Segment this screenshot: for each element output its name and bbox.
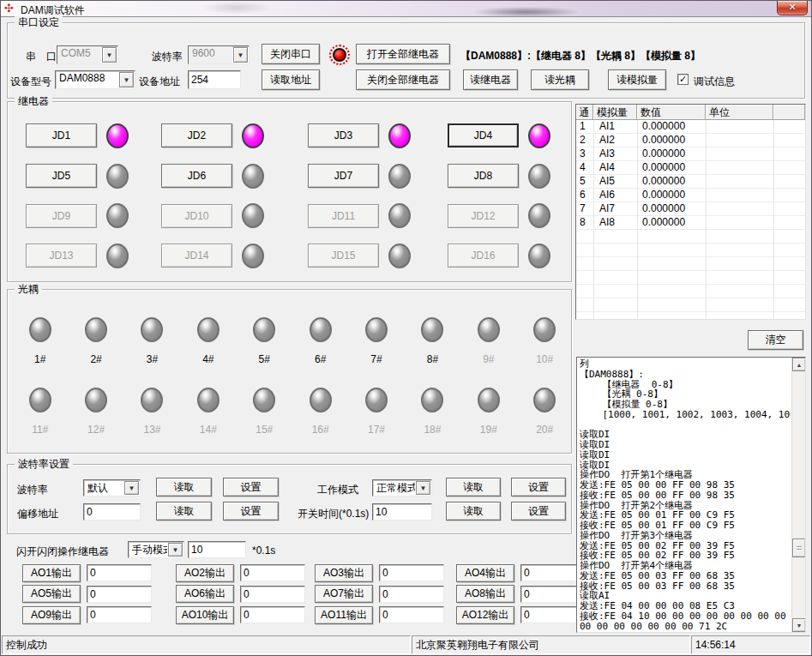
- baud-rate-select[interactable]: 9600 ▼: [188, 45, 250, 64]
- cell-name: AI7: [593, 202, 637, 216]
- relay-button[interactable]: JD11: [308, 204, 379, 228]
- analog-output-input[interactable]: [87, 564, 152, 581]
- relay-button[interactable]: JD3: [308, 123, 379, 147]
- analog-output-input[interactable]: [379, 564, 444, 581]
- close-all-relays-button[interactable]: 关闭全部继电器: [356, 69, 450, 90]
- switch-time-read-button[interactable]: 读取: [446, 502, 501, 521]
- read-analog-button[interactable]: 读模拟量: [608, 69, 666, 90]
- analog-output-button[interactable]: AO5输出: [22, 585, 81, 603]
- col-header-unit[interactable]: 单位: [706, 105, 773, 120]
- relay-button[interactable]: JD16: [448, 244, 519, 268]
- analog-output-button[interactable]: AO1输出: [22, 564, 81, 582]
- opto-indicator-led: [85, 317, 107, 342]
- analog-output-input[interactable]: [87, 586, 152, 603]
- relay-button[interactable]: JD13: [26, 244, 97, 268]
- relay-button[interactable]: JD6: [161, 164, 232, 188]
- relay-button[interactable]: JD1: [26, 123, 97, 147]
- relay-cell: JD3: [308, 116, 448, 156]
- flash-mode-select[interactable]: 手动模式 ▼: [128, 541, 184, 558]
- work-mode-read-button[interactable]: 读取: [446, 478, 501, 497]
- log-scrollbar[interactable]: ▲ ▼: [791, 358, 805, 632]
- analog-output-button[interactable]: AO6输出: [176, 585, 234, 603]
- close-button[interactable]: ✕: [777, 1, 808, 15]
- scrollbar-up-button[interactable]: ▲: [792, 358, 806, 371]
- relay-button[interactable]: JD10: [161, 204, 232, 228]
- flash-time-input[interactable]: [188, 541, 246, 558]
- analog-output-button[interactable]: AO10输出: [176, 606, 234, 624]
- table-row[interactable]: 2 AI2 0.000000: [576, 134, 805, 147]
- flash-time-unit-label: *0.1s: [252, 545, 275, 557]
- relay-button[interactable]: JD2: [161, 123, 232, 147]
- analog-output-button[interactable]: AO12输出: [456, 606, 514, 624]
- analog-output-input[interactable]: [240, 564, 305, 581]
- com-port-value: COM5: [57, 46, 101, 63]
- analog-output-button[interactable]: AO9输出: [22, 606, 81, 624]
- analog-output-cell: AO11输出: [315, 605, 456, 626]
- table-row[interactable]: 6 AI6 0.000000: [576, 189, 805, 202]
- switch-time-input[interactable]: [372, 503, 432, 521]
- analog-output-button[interactable]: AO4输出: [456, 564, 514, 582]
- relay-indicator-led: [242, 164, 264, 189]
- table-row[interactable]: 3 AI3 0.000000: [576, 147, 805, 161]
- analog-output-input[interactable]: [379, 586, 444, 603]
- read-address-button[interactable]: 读取地址: [262, 69, 320, 90]
- title-bar[interactable]: ✣ DAM调试软件 ✕: [1, 1, 811, 17]
- opto-indicator-led: [310, 388, 332, 412]
- relay-indicator-led: [106, 123, 129, 148]
- work-mode-set-button[interactable]: 设置: [511, 478, 566, 497]
- analog-output-input[interactable]: [379, 606, 444, 623]
- analog-output-button[interactable]: AO3输出: [315, 564, 373, 582]
- device-model-select[interactable]: DAM0888 ▼: [55, 70, 135, 89]
- device-address-input[interactable]: [188, 70, 241, 89]
- analog-output-button[interactable]: AO11输出: [315, 606, 373, 624]
- offset-address-input[interactable]: [83, 503, 141, 521]
- relay-button[interactable]: JD4: [448, 123, 519, 147]
- relay-button[interactable]: JD5: [26, 164, 97, 188]
- table-row[interactable]: 1 AI1 0.000000: [576, 120, 805, 134]
- baud-read-button[interactable]: 读取: [156, 478, 212, 497]
- offset-read-button[interactable]: 读取: [156, 502, 212, 521]
- relay-button[interactable]: JD15: [308, 244, 379, 268]
- col-header-extra[interactable]: [773, 105, 805, 120]
- relay-cell: JD2: [161, 116, 308, 156]
- opto-indicator-led: [478, 317, 500, 342]
- analog-output-button[interactable]: AO7输出: [315, 585, 373, 603]
- relay-button[interactable]: JD14: [161, 244, 232, 268]
- relay-button[interactable]: JD8: [448, 164, 519, 188]
- baud-setting-select[interactable]: 默认 ▼: [83, 479, 141, 497]
- col-header-name[interactable]: 模拟量: [593, 105, 637, 120]
- com-port-select[interactable]: COM5 ▼: [57, 45, 118, 64]
- offset-set-button[interactable]: 设置: [223, 502, 279, 521]
- clear-log-button[interactable]: 清空: [748, 330, 803, 350]
- relay-button[interactable]: JD7: [308, 164, 379, 188]
- close-port-button[interactable]: 关闭串口: [262, 44, 320, 64]
- opto-label: 6#: [315, 353, 326, 365]
- table-row[interactable]: 8 AI8 0.000000: [576, 216, 805, 230]
- analog-output-input[interactable]: [87, 606, 152, 623]
- table-row[interactable]: 7 AI7 0.000000: [576, 202, 805, 216]
- switch-time-set-button[interactable]: 设置: [511, 502, 566, 521]
- debug-info-checkbox[interactable]: ✓: [677, 74, 689, 85]
- col-header-value[interactable]: 数值: [637, 105, 706, 120]
- table-row[interactable]: 5 AI5 0.000000: [576, 175, 805, 189]
- opto-label: 14#: [200, 424, 217, 436]
- baud-set-button[interactable]: 设置: [223, 478, 279, 497]
- opto-grid: 1# 2# 3# 4# 5#: [12, 317, 573, 458]
- col-header-channel[interactable]: 通: [576, 105, 593, 120]
- relay-button[interactable]: JD12: [448, 204, 519, 228]
- open-all-relays-button[interactable]: 打开全部继电器: [356, 44, 450, 64]
- log-panel[interactable]: 列 【DAM0888】: 【继电器 0-8】 【光耦 0-8】 【模拟量 0-8…: [576, 357, 806, 633]
- log-text: 列 【DAM0888】: 【继电器 0-8】 【光耦 0-8】 【模拟量 0-8…: [580, 359, 791, 630]
- read-opto-button[interactable]: 读光耦: [531, 69, 589, 90]
- scrollbar-thumb[interactable]: [792, 539, 806, 557]
- read-relay-button[interactable]: 读继电器: [463, 69, 518, 90]
- analog-output-input[interactable]: [240, 606, 305, 623]
- analog-output-button[interactable]: AO2输出: [176, 564, 234, 582]
- dropdown-arrow-icon: ▼: [168, 543, 183, 557]
- work-mode-select[interactable]: 正常模式 ▼: [372, 479, 432, 497]
- scrollbar-down-button[interactable]: ▼: [792, 618, 806, 632]
- analog-output-button[interactable]: AO8输出: [456, 585, 514, 603]
- relay-button[interactable]: JD9: [26, 204, 97, 228]
- table-row[interactable]: 4 AI4 0.000000: [576, 161, 805, 175]
- analog-output-input[interactable]: [240, 586, 305, 603]
